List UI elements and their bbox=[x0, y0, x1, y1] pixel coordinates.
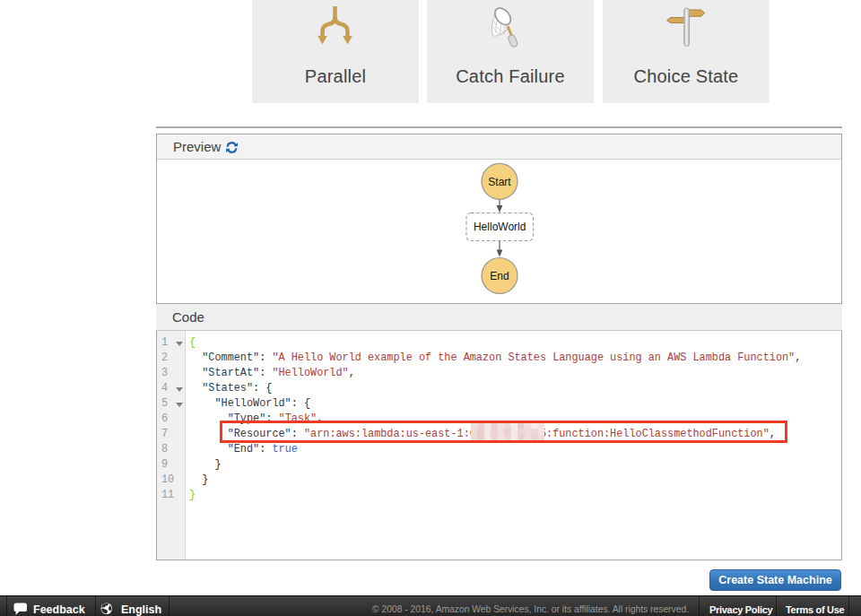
svg-text:Start: Start bbox=[488, 176, 511, 188]
svg-text:End: End bbox=[490, 270, 509, 282]
svg-text:HelloWorld: HelloWorld bbox=[474, 221, 526, 233]
